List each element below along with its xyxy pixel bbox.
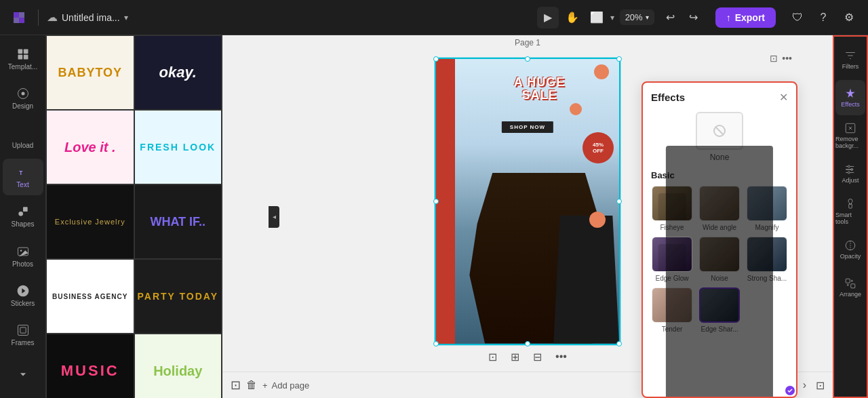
handle-bc[interactable] bbox=[525, 341, 530, 346]
template-partytoday[interactable]: PARTY TODAY bbox=[134, 259, 222, 334]
handle-br[interactable] bbox=[616, 341, 622, 346]
fullscreen-button[interactable]: ⊡ bbox=[816, 379, 825, 392]
handle-tr[interactable] bbox=[616, 56, 622, 62]
toolbar-icons: ▶ ✋ ⬜ ▾ bbox=[537, 7, 614, 28]
svg-rect-0 bbox=[18, 49, 22, 54]
template-holiday[interactable]: Holiday bbox=[134, 334, 222, 398]
effect-edgeshar-thumb bbox=[699, 287, 740, 323]
sidebar-item-frames-label: Frames bbox=[12, 339, 35, 346]
sidebar-item-photos[interactable]: Photos bbox=[3, 238, 43, 275]
sidebar-item-design-label: Design bbox=[12, 102, 33, 110]
sidebar-item-stickers[interactable]: Stickers bbox=[3, 277, 43, 314]
template-babytoy[interactable]: BABYTOY bbox=[46, 35, 134, 110]
template-freshlook[interactable]: FRESH LOOK bbox=[134, 110, 222, 184]
canvas-inner: A HUGESALE SHOP NOW 45% OFF bbox=[435, 58, 620, 365]
sidebar-item-text-label: Text bbox=[16, 181, 28, 188]
page-thumbnail-button[interactable]: ⊡ bbox=[231, 378, 241, 393]
crop-button[interactable]: ⊡ bbox=[487, 349, 498, 365]
svg-rect-8 bbox=[23, 207, 28, 212]
sidebar-item-templates[interactable]: Templat... bbox=[3, 41, 43, 77]
template-babytoy-label: BABYTOY bbox=[58, 66, 122, 80]
svg-point-18 bbox=[848, 172, 850, 174]
svg-rect-1 bbox=[23, 49, 28, 54]
handle-mr[interactable] bbox=[616, 199, 622, 204]
zoom-chevron-icon: ▾ bbox=[646, 14, 649, 21]
sidebar-item-upload[interactable]: Upload bbox=[3, 119, 43, 156]
handle-tc[interactable] bbox=[525, 56, 530, 62]
help-icon[interactable]: ? bbox=[812, 7, 834, 28]
effects-grid: Fisheye Wide angle Magnify Edge Glow bbox=[651, 186, 788, 333]
sidebar-item-shapes[interactable]: Shapes bbox=[3, 198, 43, 235]
frame-tool-button[interactable]: ⬜ bbox=[586, 7, 608, 28]
sidebar-item-shapes-label: Shapes bbox=[12, 220, 35, 228]
app-container: ☁ Untitled ima... ▾ ▶ ✋ ⬜ ▾ 20% ▾ ↩ ↪ ↑ … bbox=[0, 0, 868, 398]
svg-point-7 bbox=[18, 212, 23, 216]
template-okay-label: okay. bbox=[159, 64, 197, 81]
more-options-button[interactable]: ••• bbox=[554, 349, 568, 365]
right-tool-opacity[interactable]: Opacity bbox=[835, 232, 865, 267]
template-businessagency[interactable]: BUSINESS AGENCY bbox=[46, 259, 134, 334]
handle-ml[interactable] bbox=[433, 199, 439, 204]
top-right-icons: 🛡 ? ⚙ bbox=[787, 7, 860, 28]
template-loveit[interactable]: Love it . bbox=[46, 110, 134, 184]
add-page-button[interactable]: + Add page bbox=[262, 380, 309, 391]
filename-chevron-icon: ▾ bbox=[124, 13, 128, 22]
svg-rect-22 bbox=[851, 284, 855, 288]
template-whatif-label: WHAT IF.. bbox=[150, 215, 205, 229]
app-logo bbox=[8, 7, 30, 28]
template-music[interactable]: MUSIC bbox=[46, 334, 134, 398]
sidebar-item-design[interactable]: Design bbox=[3, 80, 43, 117]
filter-icon bbox=[844, 49, 856, 62]
settings-icon[interactable]: ⚙ bbox=[838, 7, 860, 28]
canvas-fit-icon[interactable]: ⊡ bbox=[770, 53, 778, 64]
undo-button[interactable]: ↩ bbox=[660, 7, 682, 28]
grid-button[interactable]: ⊞ bbox=[509, 349, 521, 365]
effects-icon bbox=[844, 87, 856, 100]
right-tool-effects[interactable]: Effects bbox=[835, 80, 865, 115]
effect-edgeshar[interactable]: Edge Shar... bbox=[698, 287, 741, 333]
right-tool-arrange[interactable]: Arrange bbox=[835, 270, 865, 305]
right-tool-smart[interactable]: Smart tools bbox=[835, 194, 865, 229]
effects-none-box bbox=[696, 112, 743, 150]
svg-rect-11 bbox=[18, 325, 28, 335]
sidebar-item-templates-label: Templat... bbox=[8, 63, 37, 71]
export-button[interactable]: ↑ Export bbox=[715, 7, 776, 28]
template-whatif[interactable]: WHAT IF.. bbox=[134, 184, 222, 259]
sale-text-area: A HUGESALE bbox=[467, 76, 612, 103]
svg-rect-12 bbox=[20, 327, 25, 333]
canvas-more-icon[interactable]: ••• bbox=[782, 53, 792, 64]
panel-collapse-button[interactable]: ◂ bbox=[269, 206, 279, 228]
select-tool-button[interactable]: ▶ bbox=[537, 7, 559, 28]
hand-tool-button[interactable]: ✋ bbox=[561, 7, 583, 28]
delete-page-button[interactable]: 🗑 bbox=[246, 379, 257, 391]
coffee-maker-shape bbox=[553, 216, 619, 344]
sidebar-collapse-button[interactable] bbox=[3, 356, 43, 393]
template-partytoday-label: PARTY TODAY bbox=[137, 291, 218, 302]
opacity-icon bbox=[844, 239, 856, 252]
shield-icon[interactable]: 🛡 bbox=[787, 7, 808, 28]
canvas-red-bar bbox=[436, 59, 455, 344]
redo-button[interactable]: ↪ bbox=[683, 7, 705, 28]
svg-point-10 bbox=[20, 250, 21, 252]
template-exclusive[interactable]: Exclusive Jewelry bbox=[46, 184, 134, 259]
zoom-control[interactable]: 20% ▾ bbox=[620, 9, 654, 25]
svg-rect-21 bbox=[846, 279, 850, 283]
sidebar-item-text[interactable]: T Text bbox=[3, 159, 43, 195]
next-page-button[interactable]: › bbox=[799, 378, 810, 393]
right-tool-filters[interactable]: Filters bbox=[835, 42, 865, 77]
shop-now-button[interactable]: SHOP NOW bbox=[502, 121, 553, 133]
effects-close-button[interactable]: ✕ bbox=[779, 91, 788, 104]
handle-bl[interactable] bbox=[433, 341, 439, 346]
sidebar-item-frames[interactable]: Frames bbox=[3, 317, 43, 353]
right-tool-effects-label: Effects bbox=[841, 101, 859, 108]
handle-tl[interactable] bbox=[433, 56, 439, 62]
right-tool-adjust[interactable]: Adjust bbox=[835, 156, 865, 191]
add-page-label: Add page bbox=[272, 380, 310, 391]
discount-badge: 45% OFF bbox=[583, 132, 614, 163]
replace-button[interactable]: ⊟ bbox=[532, 349, 543, 365]
cloud-icon: ☁ bbox=[47, 11, 58, 24]
file-section[interactable]: ☁ Untitled ima... ▾ bbox=[47, 11, 128, 24]
right-tool-remove-bg[interactable]: Remove backgr... bbox=[835, 118, 865, 153]
discount-off: OFF bbox=[593, 148, 604, 154]
template-okay[interactable]: okay. bbox=[134, 35, 222, 110]
